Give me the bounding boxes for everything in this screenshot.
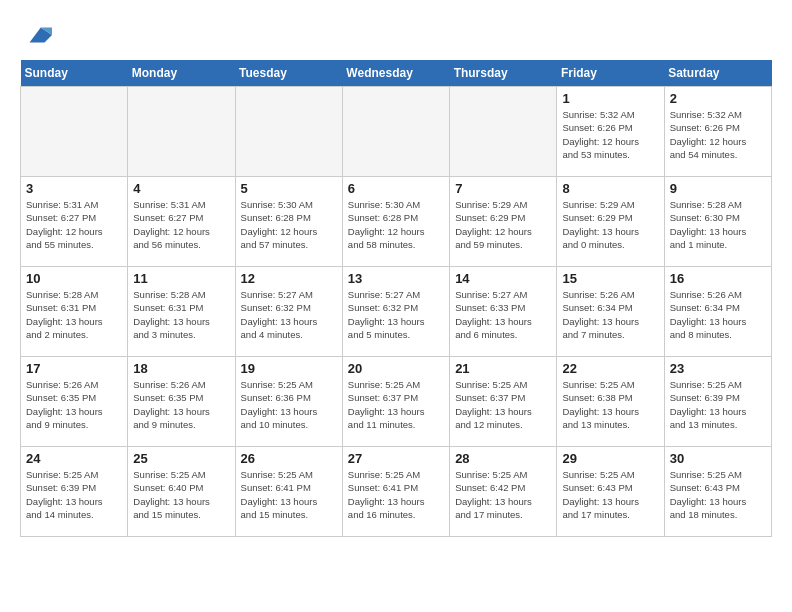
day-info: Sunrise: 5:31 AM Sunset: 6:27 PM Dayligh… (26, 198, 122, 251)
day-info: Sunrise: 5:32 AM Sunset: 6:26 PM Dayligh… (670, 108, 766, 161)
day-cell: 11Sunrise: 5:28 AM Sunset: 6:31 PM Dayli… (128, 267, 235, 357)
day-number: 4 (133, 181, 229, 196)
day-cell (342, 87, 449, 177)
day-number: 20 (348, 361, 444, 376)
day-number: 10 (26, 271, 122, 286)
day-cell: 10Sunrise: 5:28 AM Sunset: 6:31 PM Dayli… (21, 267, 128, 357)
day-cell (235, 87, 342, 177)
day-info: Sunrise: 5:25 AM Sunset: 6:43 PM Dayligh… (670, 468, 766, 521)
day-info: Sunrise: 5:27 AM Sunset: 6:33 PM Dayligh… (455, 288, 551, 341)
day-number: 13 (348, 271, 444, 286)
day-number: 25 (133, 451, 229, 466)
day-cell: 1Sunrise: 5:32 AM Sunset: 6:26 PM Daylig… (557, 87, 664, 177)
day-info: Sunrise: 5:28 AM Sunset: 6:31 PM Dayligh… (133, 288, 229, 341)
day-cell: 9Sunrise: 5:28 AM Sunset: 6:30 PM Daylig… (664, 177, 771, 267)
day-number: 2 (670, 91, 766, 106)
col-header-wednesday: Wednesday (342, 60, 449, 87)
day-info: Sunrise: 5:31 AM Sunset: 6:27 PM Dayligh… (133, 198, 229, 251)
day-info: Sunrise: 5:25 AM Sunset: 6:39 PM Dayligh… (26, 468, 122, 521)
day-number: 19 (241, 361, 337, 376)
day-number: 17 (26, 361, 122, 376)
day-number: 3 (26, 181, 122, 196)
day-number: 21 (455, 361, 551, 376)
day-cell: 19Sunrise: 5:25 AM Sunset: 6:36 PM Dayli… (235, 357, 342, 447)
day-cell (128, 87, 235, 177)
week-row-3: 10Sunrise: 5:28 AM Sunset: 6:31 PM Dayli… (21, 267, 772, 357)
day-info: Sunrise: 5:28 AM Sunset: 6:30 PM Dayligh… (670, 198, 766, 251)
day-info: Sunrise: 5:25 AM Sunset: 6:40 PM Dayligh… (133, 468, 229, 521)
day-info: Sunrise: 5:25 AM Sunset: 6:41 PM Dayligh… (241, 468, 337, 521)
col-header-monday: Monday (128, 60, 235, 87)
day-info: Sunrise: 5:25 AM Sunset: 6:36 PM Dayligh… (241, 378, 337, 431)
page-header (20, 20, 772, 50)
day-cell: 4Sunrise: 5:31 AM Sunset: 6:27 PM Daylig… (128, 177, 235, 267)
day-cell: 3Sunrise: 5:31 AM Sunset: 6:27 PM Daylig… (21, 177, 128, 267)
day-number: 6 (348, 181, 444, 196)
day-cell (21, 87, 128, 177)
col-header-tuesday: Tuesday (235, 60, 342, 87)
day-number: 15 (562, 271, 658, 286)
day-info: Sunrise: 5:27 AM Sunset: 6:32 PM Dayligh… (348, 288, 444, 341)
col-header-saturday: Saturday (664, 60, 771, 87)
day-number: 5 (241, 181, 337, 196)
day-number: 27 (348, 451, 444, 466)
day-cell: 17Sunrise: 5:26 AM Sunset: 6:35 PM Dayli… (21, 357, 128, 447)
day-cell: 14Sunrise: 5:27 AM Sunset: 6:33 PM Dayli… (450, 267, 557, 357)
day-cell: 12Sunrise: 5:27 AM Sunset: 6:32 PM Dayli… (235, 267, 342, 357)
day-cell (450, 87, 557, 177)
day-cell: 13Sunrise: 5:27 AM Sunset: 6:32 PM Dayli… (342, 267, 449, 357)
day-cell: 28Sunrise: 5:25 AM Sunset: 6:42 PM Dayli… (450, 447, 557, 537)
day-info: Sunrise: 5:30 AM Sunset: 6:28 PM Dayligh… (241, 198, 337, 251)
day-number: 26 (241, 451, 337, 466)
day-cell: 26Sunrise: 5:25 AM Sunset: 6:41 PM Dayli… (235, 447, 342, 537)
week-row-5: 24Sunrise: 5:25 AM Sunset: 6:39 PM Dayli… (21, 447, 772, 537)
col-header-friday: Friday (557, 60, 664, 87)
day-info: Sunrise: 5:25 AM Sunset: 6:38 PM Dayligh… (562, 378, 658, 431)
day-info: Sunrise: 5:27 AM Sunset: 6:32 PM Dayligh… (241, 288, 337, 341)
day-number: 29 (562, 451, 658, 466)
day-info: Sunrise: 5:29 AM Sunset: 6:29 PM Dayligh… (562, 198, 658, 251)
day-info: Sunrise: 5:25 AM Sunset: 6:41 PM Dayligh… (348, 468, 444, 521)
day-number: 14 (455, 271, 551, 286)
day-cell: 20Sunrise: 5:25 AM Sunset: 6:37 PM Dayli… (342, 357, 449, 447)
week-row-2: 3Sunrise: 5:31 AM Sunset: 6:27 PM Daylig… (21, 177, 772, 267)
day-cell: 29Sunrise: 5:25 AM Sunset: 6:43 PM Dayli… (557, 447, 664, 537)
day-info: Sunrise: 5:29 AM Sunset: 6:29 PM Dayligh… (455, 198, 551, 251)
day-cell: 24Sunrise: 5:25 AM Sunset: 6:39 PM Dayli… (21, 447, 128, 537)
day-cell: 6Sunrise: 5:30 AM Sunset: 6:28 PM Daylig… (342, 177, 449, 267)
day-info: Sunrise: 5:30 AM Sunset: 6:28 PM Dayligh… (348, 198, 444, 251)
day-cell: 18Sunrise: 5:26 AM Sunset: 6:35 PM Dayli… (128, 357, 235, 447)
day-info: Sunrise: 5:25 AM Sunset: 6:42 PM Dayligh… (455, 468, 551, 521)
day-cell: 22Sunrise: 5:25 AM Sunset: 6:38 PM Dayli… (557, 357, 664, 447)
day-cell: 27Sunrise: 5:25 AM Sunset: 6:41 PM Dayli… (342, 447, 449, 537)
day-cell: 23Sunrise: 5:25 AM Sunset: 6:39 PM Dayli… (664, 357, 771, 447)
day-number: 30 (670, 451, 766, 466)
day-cell: 30Sunrise: 5:25 AM Sunset: 6:43 PM Dayli… (664, 447, 771, 537)
logo-icon (22, 20, 52, 50)
header-row: SundayMondayTuesdayWednesdayThursdayFrid… (21, 60, 772, 87)
day-number: 11 (133, 271, 229, 286)
day-number: 1 (562, 91, 658, 106)
day-number: 8 (562, 181, 658, 196)
day-cell: 2Sunrise: 5:32 AM Sunset: 6:26 PM Daylig… (664, 87, 771, 177)
week-row-4: 17Sunrise: 5:26 AM Sunset: 6:35 PM Dayli… (21, 357, 772, 447)
day-number: 16 (670, 271, 766, 286)
day-info: Sunrise: 5:26 AM Sunset: 6:34 PM Dayligh… (670, 288, 766, 341)
day-cell: 7Sunrise: 5:29 AM Sunset: 6:29 PM Daylig… (450, 177, 557, 267)
day-number: 24 (26, 451, 122, 466)
day-info: Sunrise: 5:26 AM Sunset: 6:35 PM Dayligh… (26, 378, 122, 431)
day-info: Sunrise: 5:25 AM Sunset: 6:37 PM Dayligh… (455, 378, 551, 431)
day-number: 7 (455, 181, 551, 196)
logo (20, 20, 52, 50)
day-info: Sunrise: 5:26 AM Sunset: 6:35 PM Dayligh… (133, 378, 229, 431)
day-cell: 8Sunrise: 5:29 AM Sunset: 6:29 PM Daylig… (557, 177, 664, 267)
day-info: Sunrise: 5:32 AM Sunset: 6:26 PM Dayligh… (562, 108, 658, 161)
day-cell: 5Sunrise: 5:30 AM Sunset: 6:28 PM Daylig… (235, 177, 342, 267)
day-number: 18 (133, 361, 229, 376)
day-info: Sunrise: 5:28 AM Sunset: 6:31 PM Dayligh… (26, 288, 122, 341)
day-number: 9 (670, 181, 766, 196)
col-header-sunday: Sunday (21, 60, 128, 87)
day-cell: 16Sunrise: 5:26 AM Sunset: 6:34 PM Dayli… (664, 267, 771, 357)
day-number: 28 (455, 451, 551, 466)
day-cell: 21Sunrise: 5:25 AM Sunset: 6:37 PM Dayli… (450, 357, 557, 447)
